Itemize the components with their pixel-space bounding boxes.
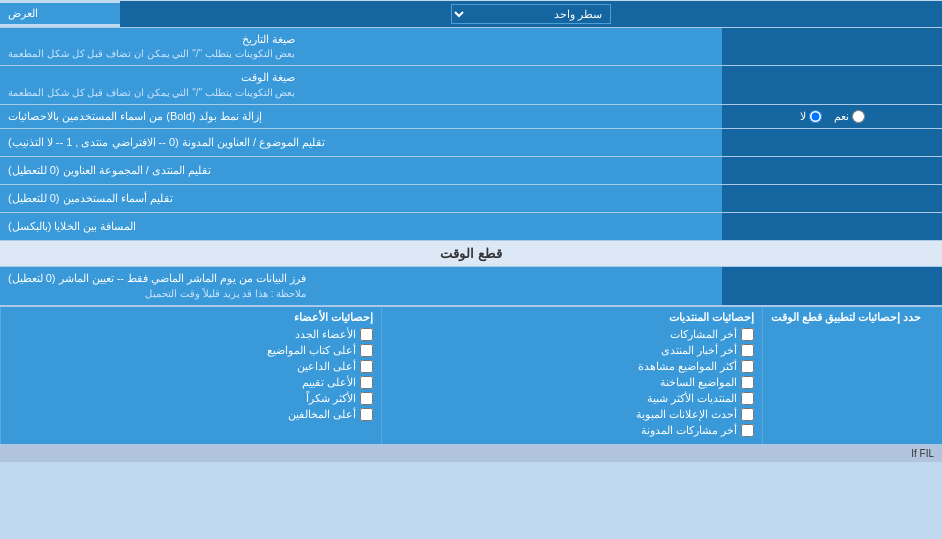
topics-order-row: 33 تقليم الموضوع / العناوين المدونة (0 -… [0, 129, 942, 157]
display-select[interactable]: سطر واحدسطرينثلاثة أسطر [451, 4, 611, 24]
checkbox-col1-6[interactable] [741, 424, 754, 437]
bold-remove-row: نعم لا إزالة نمط بولد (Bold) من اسماء ال… [0, 105, 942, 129]
main-container: سطر واحدسطرينثلاثة أسطر العرض d-m صيغة ا… [0, 0, 942, 462]
radio-yes-label[interactable]: نعم [834, 110, 865, 123]
spacing-value: 2 [722, 213, 942, 240]
check-col1-item-3[interactable]: المواضيع الساخنة [390, 376, 754, 389]
usernames-row: 0 تقليم أسماء المستخدمين (0 للتعطيل) [0, 185, 942, 213]
check-col1-item-2[interactable]: أكثر المواضيع مشاهدة [390, 360, 754, 373]
if-fil-text: If FIL [911, 448, 934, 459]
check-col2-item-5[interactable]: أعلى المخالفين [9, 408, 373, 421]
check-col2-item-0[interactable]: الأعضاء الجدد [9, 328, 373, 341]
spacing-input[interactable]: 2 [728, 220, 936, 234]
display-row: سطر واحدسطرينثلاثة أسطر العرض [0, 0, 942, 28]
check-col2-item-4[interactable]: الأكثر شكراً [9, 392, 373, 405]
if-fil-bar: If FIL [0, 444, 942, 462]
date-format-value: d-m [722, 28, 942, 65]
bold-remove-label: إزالة نمط بولد (Bold) من اسماء المستخدمي… [0, 105, 722, 128]
check-col2-item-2[interactable]: أعلى الداعين [9, 360, 373, 373]
topics-order-value: 33 [722, 129, 942, 156]
date-format-label: صيغة التاريخ بعض التكوينات يتطلب "/" الت… [0, 28, 722, 65]
col1-title: إحصائيات المنتديات [390, 311, 754, 324]
cutoff-days-label: فرز البيانات من يوم الماشر الماضي فقط --… [0, 267, 722, 304]
time-format-value: H:i [722, 66, 942, 103]
forum-order-label: تقليم المنتدى / المجموعة العناوين (0 للت… [0, 157, 722, 184]
spacing-label: المسافة بين الخلايا (بالبكسل) [0, 213, 722, 240]
checkbox-col1-0[interactable] [741, 328, 754, 341]
checkbox-col2-0[interactable] [360, 328, 373, 341]
forum-order-row: 33 تقليم المنتدى / المجموعة العناوين (0 … [0, 157, 942, 185]
usernames-input[interactable]: 0 [728, 192, 936, 206]
display-value-cell: سطر واحدسطرينثلاثة أسطر [120, 1, 942, 27]
checkbox-col1-3[interactable] [741, 376, 754, 389]
radio-yes[interactable] [852, 110, 865, 123]
date-format-input[interactable]: d-m [728, 40, 936, 54]
time-format-row: H:i صيغة الوقت بعض التكوينات يتطلب "/" ا… [0, 66, 942, 104]
radio-no-label[interactable]: لا [800, 110, 822, 123]
checkbox-col1-1[interactable] [741, 344, 754, 357]
topics-order-label: تقليم الموضوع / العناوين المدونة (0 -- ا… [0, 129, 722, 156]
checkbox-col1-4[interactable] [741, 392, 754, 405]
forum-order-value: 33 [722, 157, 942, 184]
topics-order-input[interactable]: 33 [728, 136, 936, 150]
checkboxes-col2: إحصائيات الأعضاء الأعضاء الجدد أعلى كتاب… [0, 307, 381, 444]
checkboxes-section: حدد إحصائيات لتطبيق قطع الوقت إحصائيات ا… [0, 306, 942, 444]
checkbox-col1-5[interactable] [741, 408, 754, 421]
usernames-label: تقليم أسماء المستخدمين (0 للتعطيل) [0, 185, 722, 212]
cutoff-days-input[interactable]: 0 [728, 279, 936, 293]
check-col1-item-5[interactable]: أحدث الإعلانات المبوبة [390, 408, 754, 421]
col2-title: إحصائيات الأعضاء [9, 311, 373, 324]
check-col1-item-4[interactable]: المنتديات الأكثر شبية [390, 392, 754, 405]
spacing-row: 2 المسافة بين الخلايا (بالبكسل) [0, 213, 942, 241]
checkbox-col1-2[interactable] [741, 360, 754, 373]
display-label: العرض [0, 3, 120, 24]
check-col1-item-1[interactable]: أخر أخبار المنتدى [390, 344, 754, 357]
forum-order-input[interactable]: 33 [728, 164, 936, 178]
checkboxes-area: إحصائيات المنتديات أخر المشاركات أخر أخب… [0, 307, 762, 444]
checkbox-col2-5[interactable] [360, 408, 373, 421]
stats-limit-label: حدد إحصائيات لتطبيق قطع الوقت [762, 307, 942, 444]
radio-no[interactable] [809, 110, 822, 123]
time-format-label: صيغة الوقت بعض التكوينات يتطلب "/" التي … [0, 66, 722, 103]
checkboxes-col1: إحصائيات المنتديات أخر المشاركات أخر أخب… [381, 307, 762, 444]
cutoff-section-header: قطع الوقت [0, 241, 942, 267]
cutoff-days-value: 0 [722, 267, 942, 304]
bold-remove-value: نعم لا [722, 105, 942, 128]
checkbox-col2-4[interactable] [360, 392, 373, 405]
check-col1-item-6[interactable]: أخر مشاركات المدونة [390, 424, 754, 437]
time-format-input[interactable]: H:i [728, 78, 936, 92]
cutoff-days-row: 0 فرز البيانات من يوم الماشر الماضي فقط … [0, 267, 942, 305]
checkbox-col2-3[interactable] [360, 376, 373, 389]
check-col2-item-1[interactable]: أعلى كتاب المواضيع [9, 344, 373, 357]
check-col2-item-3[interactable]: الأعلى تقييم [9, 376, 373, 389]
usernames-value: 0 [722, 185, 942, 212]
date-format-row: d-m صيغة التاريخ بعض التكوينات يتطلب "/"… [0, 28, 942, 66]
checkbox-col2-1[interactable] [360, 344, 373, 357]
check-col1-item-0[interactable]: أخر المشاركات [390, 328, 754, 341]
checkbox-col2-2[interactable] [360, 360, 373, 373]
